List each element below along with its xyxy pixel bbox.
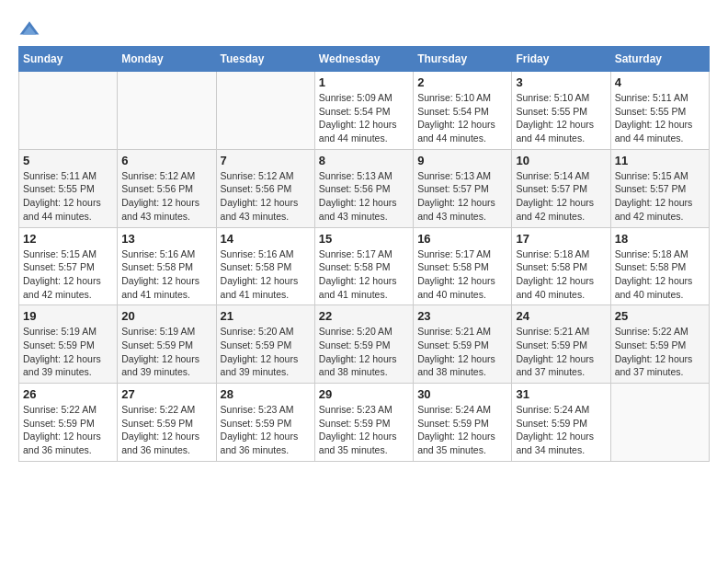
day-info: Sunrise: 5:15 AMSunset: 5:57 PMDaylight:… <box>615 169 705 224</box>
day-number: 4 <box>615 75 705 89</box>
calendar-week-row: 1Sunrise: 5:09 AMSunset: 5:54 PMDaylight… <box>19 72 710 150</box>
day-number: 23 <box>417 309 507 323</box>
weekday-header: Friday <box>512 47 610 72</box>
day-number: 19 <box>23 309 113 323</box>
calendar-cell: 9Sunrise: 5:13 AMSunset: 5:57 PMDaylight… <box>414 149 512 227</box>
day-info: Sunrise: 5:20 AMSunset: 5:59 PMDaylight:… <box>221 325 311 379</box>
day-info: Sunrise: 5:11 AMSunset: 5:55 PMDaylight:… <box>615 91 705 145</box>
calendar-cell: 25Sunrise: 5:22 AMSunset: 5:59 PMDayligh… <box>610 305 709 384</box>
day-number: 30 <box>417 387 507 401</box>
calendar-cell: 17Sunrise: 5:18 AMSunset: 5:58 PMDayligh… <box>512 227 610 305</box>
day-info: Sunrise: 5:13 AMSunset: 5:56 PMDaylight:… <box>319 169 409 224</box>
day-number: 25 <box>615 309 705 323</box>
day-number: 29 <box>319 387 409 401</box>
day-info: Sunrise: 5:09 AMSunset: 5:54 PMDaylight:… <box>319 91 409 145</box>
calendar-cell: 18Sunrise: 5:18 AMSunset: 5:58 PMDayligh… <box>610 227 709 305</box>
calendar-cell: 7Sunrise: 5:12 AMSunset: 5:56 PMDaylight… <box>216 149 314 227</box>
day-info: Sunrise: 5:10 AMSunset: 5:54 PMDaylight:… <box>417 91 507 145</box>
day-number: 3 <box>516 75 606 89</box>
day-number: 28 <box>221 387 311 401</box>
calendar-cell: 26Sunrise: 5:22 AMSunset: 5:59 PMDayligh… <box>19 384 118 462</box>
day-info: Sunrise: 5:15 AMSunset: 5:57 PMDaylight:… <box>23 247 113 302</box>
calendar-cell: 11Sunrise: 5:15 AMSunset: 5:57 PMDayligh… <box>610 149 709 227</box>
weekday-header: Saturday <box>610 47 709 72</box>
day-info: Sunrise: 5:10 AMSunset: 5:55 PMDaylight:… <box>516 91 606 145</box>
calendar-cell: 29Sunrise: 5:23 AMSunset: 5:59 PMDayligh… <box>314 384 413 462</box>
day-info: Sunrise: 5:23 AMSunset: 5:59 PMDaylight:… <box>221 403 311 457</box>
day-info: Sunrise: 5:21 AMSunset: 5:59 PMDaylight:… <box>417 325 507 379</box>
calendar-cell: 31Sunrise: 5:24 AMSunset: 5:59 PMDayligh… <box>512 384 610 462</box>
calendar-cell: 6Sunrise: 5:12 AMSunset: 5:56 PMDaylight… <box>118 149 216 227</box>
calendar-table: SundayMondayTuesdayWednesdayThursdayFrid… <box>18 46 710 462</box>
day-number: 1 <box>319 75 409 89</box>
calendar-cell: 1Sunrise: 5:09 AMSunset: 5:54 PMDaylight… <box>314 72 413 150</box>
day-info: Sunrise: 5:18 AMSunset: 5:58 PMDaylight:… <box>516 247 606 302</box>
calendar-cell: 8Sunrise: 5:13 AMSunset: 5:56 PMDaylight… <box>314 149 413 227</box>
calendar-cell: 10Sunrise: 5:14 AMSunset: 5:57 PMDayligh… <box>512 149 610 227</box>
day-number: 27 <box>121 387 211 401</box>
day-info: Sunrise: 5:16 AMSunset: 5:58 PMDaylight:… <box>221 247 311 302</box>
day-info: Sunrise: 5:22 AMSunset: 5:59 PMDaylight:… <box>121 403 211 457</box>
weekday-header-row: SundayMondayTuesdayWednesdayThursdayFrid… <box>19 47 710 72</box>
day-number: 16 <box>417 232 507 246</box>
day-info: Sunrise: 5:22 AMSunset: 5:59 PMDaylight:… <box>615 325 705 379</box>
day-number: 13 <box>121 232 211 246</box>
day-info: Sunrise: 5:17 AMSunset: 5:58 PMDaylight:… <box>417 247 507 302</box>
day-number: 26 <box>23 387 113 401</box>
day-number: 17 <box>516 232 606 246</box>
calendar-cell: 13Sunrise: 5:16 AMSunset: 5:58 PMDayligh… <box>118 227 216 305</box>
calendar-cell: 20Sunrise: 5:19 AMSunset: 5:59 PMDayligh… <box>118 305 216 384</box>
calendar-cell <box>118 72 216 150</box>
day-number: 9 <box>417 154 507 167</box>
logo <box>18 18 44 40</box>
calendar-cell: 2Sunrise: 5:10 AMSunset: 5:54 PMDaylight… <box>414 72 512 150</box>
weekday-header: Sunday <box>19 47 118 72</box>
day-info: Sunrise: 5:18 AMSunset: 5:58 PMDaylight:… <box>615 247 705 302</box>
day-info: Sunrise: 5:12 AMSunset: 5:56 PMDaylight:… <box>121 169 211 224</box>
day-number: 6 <box>121 154 211 167</box>
calendar-week-row: 5Sunrise: 5:11 AMSunset: 5:55 PMDaylight… <box>19 149 710 227</box>
day-info: Sunrise: 5:21 AMSunset: 5:59 PMDaylight:… <box>516 325 606 379</box>
calendar-cell <box>610 384 709 462</box>
day-number: 2 <box>417 75 507 89</box>
day-number: 5 <box>23 154 113 167</box>
day-number: 14 <box>221 232 311 246</box>
day-number: 8 <box>319 154 409 167</box>
calendar-cell: 27Sunrise: 5:22 AMSunset: 5:59 PMDayligh… <box>118 384 216 462</box>
calendar-cell: 24Sunrise: 5:21 AMSunset: 5:59 PMDayligh… <box>512 305 610 384</box>
calendar-cell: 3Sunrise: 5:10 AMSunset: 5:55 PMDaylight… <box>512 72 610 150</box>
logo-icon <box>18 18 40 40</box>
calendar-cell: 30Sunrise: 5:24 AMSunset: 5:59 PMDayligh… <box>414 384 512 462</box>
day-info: Sunrise: 5:12 AMSunset: 5:56 PMDaylight:… <box>221 169 311 224</box>
page-header <box>18 18 710 40</box>
day-number: 15 <box>319 232 409 246</box>
calendar-cell: 16Sunrise: 5:17 AMSunset: 5:58 PMDayligh… <box>414 227 512 305</box>
calendar-cell: 5Sunrise: 5:11 AMSunset: 5:55 PMDaylight… <box>19 149 118 227</box>
day-number: 10 <box>516 154 606 167</box>
day-number: 31 <box>516 387 606 401</box>
weekday-header: Monday <box>118 47 216 72</box>
day-number: 20 <box>121 309 211 323</box>
day-info: Sunrise: 5:16 AMSunset: 5:58 PMDaylight:… <box>121 247 211 302</box>
calendar-cell: 19Sunrise: 5:19 AMSunset: 5:59 PMDayligh… <box>19 305 118 384</box>
day-info: Sunrise: 5:24 AMSunset: 5:59 PMDaylight:… <box>516 403 606 457</box>
calendar-cell: 15Sunrise: 5:17 AMSunset: 5:58 PMDayligh… <box>314 227 413 305</box>
day-number: 22 <box>319 309 409 323</box>
calendar-cell: 28Sunrise: 5:23 AMSunset: 5:59 PMDayligh… <box>216 384 314 462</box>
calendar-cell: 22Sunrise: 5:20 AMSunset: 5:59 PMDayligh… <box>314 305 413 384</box>
day-info: Sunrise: 5:23 AMSunset: 5:59 PMDaylight:… <box>319 403 409 457</box>
calendar-cell: 14Sunrise: 5:16 AMSunset: 5:58 PMDayligh… <box>216 227 314 305</box>
day-info: Sunrise: 5:19 AMSunset: 5:59 PMDaylight:… <box>121 325 211 379</box>
day-number: 11 <box>615 154 705 167</box>
calendar-cell: 4Sunrise: 5:11 AMSunset: 5:55 PMDaylight… <box>610 72 709 150</box>
weekday-header: Wednesday <box>314 47 413 72</box>
day-info: Sunrise: 5:20 AMSunset: 5:59 PMDaylight:… <box>319 325 409 379</box>
calendar-cell: 21Sunrise: 5:20 AMSunset: 5:59 PMDayligh… <box>216 305 314 384</box>
calendar-cell: 23Sunrise: 5:21 AMSunset: 5:59 PMDayligh… <box>414 305 512 384</box>
calendar-cell <box>216 72 314 150</box>
day-info: Sunrise: 5:11 AMSunset: 5:55 PMDaylight:… <box>23 169 113 224</box>
day-info: Sunrise: 5:13 AMSunset: 5:57 PMDaylight:… <box>417 169 507 224</box>
day-info: Sunrise: 5:19 AMSunset: 5:59 PMDaylight:… <box>23 325 113 379</box>
calendar-week-row: 26Sunrise: 5:22 AMSunset: 5:59 PMDayligh… <box>19 384 710 462</box>
weekday-header: Thursday <box>414 47 512 72</box>
